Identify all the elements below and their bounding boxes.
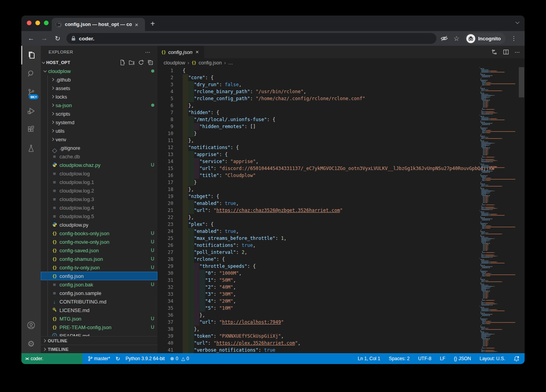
code-line-19[interactable]: "nzbget": { (183, 193, 477, 200)
tree-folder-.github[interactable]: .github (41, 75, 157, 84)
tree-folder-systemd[interactable]: systemd (41, 118, 157, 127)
tree-file-cloudplow.log[interactable]: ≡cloudplow.log (41, 169, 157, 178)
tree-file-cloudplow.chaz.py[interactable]: cloudplow.chaz.pyU (41, 161, 157, 169)
tree-file-.gitignore[interactable]: .gitignore (41, 144, 157, 152)
explorer-activity-icon[interactable] (21, 46, 41, 64)
tree-file-CONTRIBUTING.md[interactable]: ↓CONTRIBUTING.md (41, 297, 157, 306)
code-line-15[interactable]: "url": "discord://650104445434331137/_eC… (183, 165, 477, 172)
code-line-9[interactable]: "hidden_remotes": [] (183, 123, 477, 130)
encoding-item[interactable]: UTF-8 (418, 356, 431, 361)
tree-folder-cloudplow[interactable]: cloudplow (41, 67, 157, 75)
tree-file-config.json.bak[interactable]: ≡config.json.bakU (41, 280, 157, 289)
tab-close-icon[interactable]: × (135, 22, 138, 28)
code-line-17[interactable]: } (183, 179, 477, 186)
split-editor-icon[interactable] (503, 49, 509, 55)
timeline-section[interactable]: TIMELINE (41, 345, 157, 353)
breadcrumb-folder[interactable]: cloudplow (164, 60, 185, 66)
code-line-12[interactable]: "notifications": { (183, 144, 477, 151)
editor-more-actions-icon[interactable]: ⋯ (515, 49, 520, 55)
settings-gear-icon[interactable]: ⚙ (21, 335, 41, 353)
code-line-11[interactable]: }, (183, 137, 477, 144)
tree-file-PRE-TEAM-config.json[interactable]: {}PRE-TEAM-config.jsonU (41, 323, 157, 331)
tree-file-config.json[interactable]: {}config.json (41, 272, 157, 280)
reload-button[interactable]: ↻ (51, 35, 64, 43)
search-activity-icon[interactable] (21, 64, 41, 83)
breadcrumb-more[interactable]: … (228, 60, 233, 66)
code-line-13[interactable]: "apprise": { (183, 151, 477, 158)
forward-button[interactable]: → (38, 35, 51, 42)
code-line-3[interactable]: "dry_run": false, (183, 81, 477, 88)
close-window-button[interactable] (27, 21, 31, 25)
tree-file-cloudplow.log.2[interactable]: ≡cloudplow.log.2 (41, 186, 157, 195)
code-line-16[interactable]: "title": "Cloudplow" (183, 172, 477, 179)
code-line-8[interactable]: "/mnt/local/.unionfs-fuse": { (183, 116, 477, 123)
cursor-position-item[interactable]: Ln 1, Col 1 (358, 356, 380, 361)
testing-activity-icon[interactable] (21, 139, 41, 158)
code-line-29[interactable]: "throttle_speeds": { (183, 263, 477, 270)
code-line-26[interactable]: "notifications": true, (183, 242, 477, 249)
tree-folder-scripts[interactable]: scripts (41, 109, 157, 118)
indentation-item[interactable]: Spaces: 2 (389, 356, 410, 361)
outline-section[interactable]: OUTLINE (41, 336, 157, 345)
code-line-10[interactable]: } (183, 130, 477, 137)
tree-folder-assets[interactable]: assets (41, 84, 157, 92)
code-line-34[interactable]: "4": "20M", (183, 298, 477, 305)
code-line-24[interactable]: "enabled": true, (183, 228, 477, 235)
code-line-14[interactable]: "service": "apprise", (183, 158, 477, 165)
scrollbar-slider[interactable] (519, 67, 524, 97)
eye-off-icon[interactable] (440, 35, 448, 42)
run-debug-activity-icon[interactable] (21, 102, 41, 120)
extensions-activity-icon[interactable] (21, 120, 41, 139)
tree-folder-sa-json[interactable]: sa-json (41, 101, 157, 109)
tree-folder-venv[interactable]: venv (41, 135, 157, 144)
code-line-5[interactable]: "rclone_config_path": "/home/chaz/.confi… (183, 95, 477, 102)
code-content[interactable]: { "core": { "dry_run": false, "rclone_bi… (183, 67, 525, 353)
views-more-actions-icon[interactable]: ⋯ (145, 49, 150, 55)
code-line-35[interactable]: "5": "10M" (183, 305, 477, 312)
code-line-20[interactable]: "enabled": true, (183, 200, 477, 207)
code-line-21[interactable]: "url": "https://chaz:chaz3526@nzbget.352… (183, 207, 477, 214)
code-line-38[interactable]: }, (183, 326, 477, 333)
code-line-23[interactable]: "plex": { (183, 221, 477, 228)
tree-file-cloudplow.log.3[interactable]: ≡cloudplow.log.3 (41, 195, 157, 203)
remote-indicator[interactable]: >< coder. (21, 353, 82, 364)
bookmark-star-icon[interactable]: ☆ (454, 35, 459, 43)
notifications-bell-icon[interactable] (514, 356, 519, 362)
code-line-22[interactable]: }, (183, 214, 477, 221)
new-file-icon[interactable] (119, 59, 126, 66)
code-line-28[interactable]: "rclone": { (183, 256, 477, 263)
zoom-window-button[interactable] (44, 21, 49, 25)
tree-file-README.md[interactable]: README.md (41, 331, 157, 336)
browser-menu-icon[interactable]: ⋮ (511, 35, 517, 42)
editor-tab-close-icon[interactable]: × (195, 49, 199, 55)
code-line-30[interactable]: "0": "1000M", (183, 270, 477, 277)
tree-file-cloudplow.py[interactable]: cloudplow.py (41, 220, 157, 229)
tree-file-cache.db[interactable]: ≡cache.db (41, 152, 157, 161)
new-tab-button[interactable]: + (150, 19, 155, 28)
collapse-all-icon[interactable] (147, 59, 154, 66)
tree-file-cloudplow.log.1[interactable]: ≡cloudplow.log.1 (41, 178, 157, 186)
browser-tab[interactable]: config.json — host_opt — code × (52, 18, 145, 31)
code-line-7[interactable]: "hidden": { (183, 109, 477, 116)
code-line-1[interactable]: { (183, 67, 477, 74)
language-mode-item[interactable]: {} JSON (454, 356, 471, 361)
tree-file-config-tv-only.json[interactable]: {}config-tv-only.jsonU (41, 263, 157, 272)
back-button[interactable]: ← (24, 35, 38, 42)
problems-item[interactable]: ⊗ 0 △ 0 (170, 356, 189, 361)
code-line-36[interactable]: }, (183, 312, 477, 319)
breadcrumb-file[interactable]: config.json (199, 60, 222, 66)
code-line-25[interactable]: "max_streams_before_throttle": 1, (183, 235, 477, 242)
tree-folder-utils[interactable]: utils (41, 127, 157, 135)
tree-folder-locks[interactable]: locks (41, 92, 157, 101)
code-line-32[interactable]: "2": "40M", (183, 284, 477, 291)
code-line-31[interactable]: "1": "50M", (183, 277, 477, 284)
code-line-37[interactable]: "url": "http://localhost:7949" (183, 319, 477, 326)
code-line-39[interactable]: "token": "PXNNXUEfYSCkUspGiiXj", (183, 333, 477, 340)
minimize-window-button[interactable] (35, 21, 40, 25)
tree-file-cloudplow.log.4[interactable]: ≡cloudplow.log.4 (41, 203, 157, 212)
tree-file-config-movie-only.json[interactable]: {}config-movie-only.jsonU (41, 238, 157, 246)
new-folder-icon[interactable] (129, 59, 135, 66)
tree-file-LICENSE.md[interactable]: LICENSE.md (41, 306, 157, 314)
keyboard-layout-item[interactable]: Layout: U.S. (480, 356, 505, 361)
workspace-section-header[interactable]: HOST_OPT (41, 58, 157, 67)
